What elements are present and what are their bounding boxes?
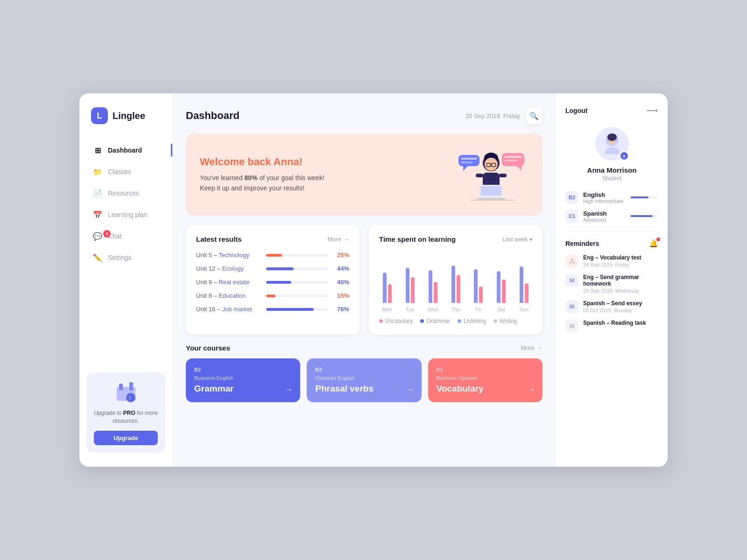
chevron-down-icon: ▾ <box>529 236 532 243</box>
chart-title: Time spent on learning <box>379 235 456 243</box>
svg-rect-1 <box>119 384 123 390</box>
logout-row: Logout ⟶ <box>565 105 658 116</box>
sidebar-item-settings[interactable]: ✏️ Settings <box>86 248 165 267</box>
welcome-line1: You've learned 80% of your goal this wee… <box>200 173 324 183</box>
sidebar-item-resources[interactable]: 📄 Resources <box>86 183 165 203</box>
reminder-item-reading: ✉ Spanish – Reading task <box>565 320 658 333</box>
settings-icon: ✏️ <box>93 253 102 262</box>
sidebar-item-label: Dashboard <box>108 147 142 154</box>
main-content: Dashboard 20 Sep 2019, Friday 🔍 Welcome … <box>173 93 556 467</box>
svg-rect-5 <box>458 155 479 166</box>
chart-legend: Vocabulary Grammar Listening Writing <box>379 318 532 324</box>
courses-section: Your courses More → B2 Business English … <box>186 344 543 402</box>
welcome-banner: Welcome back Anna! You've learned 80% of… <box>186 133 543 216</box>
svg-rect-11 <box>504 156 522 158</box>
sidebar-item-label: Learning plan <box>108 211 148 218</box>
header-date: 20 Sep 2019, Friday <box>465 112 520 119</box>
result-row: Unit 9 – Real estate 40% <box>196 279 349 286</box>
logout-icon[interactable]: ⟶ <box>646 105 658 116</box>
svg-point-29 <box>607 133 617 141</box>
resources-icon: 📄 <box>93 189 102 198</box>
result-row: Unit 5 – Technology 25% <box>196 252 349 259</box>
logo-text: Linglee <box>113 111 145 121</box>
sidebar-item-learning-plan[interactable]: 📅 Learning plan <box>86 205 165 224</box>
courses-row: B2 Business English Grammar → B2 Common … <box>186 358 543 402</box>
results-list: Unit 5 – Technology 25% Unit 12 – Ecolog… <box>196 252 349 313</box>
reminder-mail2-icon: ✉ <box>565 300 578 313</box>
sidebar-item-classes[interactable]: 📁 Classes <box>86 162 165 182</box>
app-container: L Linglee ⊞ Dashboard 📁 Classes 📄 Resour… <box>79 93 668 467</box>
courses-more[interactable]: More → <box>521 344 543 351</box>
sidebar-item-chat[interactable]: 💬 Chat 4 <box>86 226 165 246</box>
courses-header: Your courses More → <box>186 344 543 352</box>
course-card-vocabulary[interactable]: C1 Business Spanish Vocabulary → <box>428 358 543 402</box>
profile-section: + Anna Morrison Student <box>565 127 658 182</box>
main-header: Dashboard 20 Sep 2019, Friday 🔍 <box>186 107 543 124</box>
reminders-header: Reminders 🔔 <box>565 239 658 248</box>
classes-icon: 📁 <box>93 167 102 176</box>
legend-listening: Listening <box>458 318 486 324</box>
upgrade-button[interactable]: Upgrade <box>94 431 158 445</box>
results-more[interactable]: More → <box>327 236 349 243</box>
avatar-wrap: + <box>595 127 629 161</box>
reminders-title: Reminders <box>565 240 599 247</box>
right-panel: Logout ⟶ + Anna Morrison Student <box>556 93 668 467</box>
cards-row: Latest results More → Unit 5 – Technolog… <box>186 225 543 335</box>
arrow-icon: → <box>406 385 414 395</box>
reminder-mail-icon: ✉ <box>565 274 578 287</box>
logo-icon: L <box>91 107 108 124</box>
results-card-header: Latest results More → <box>196 235 349 243</box>
reminder-item-grammar: ✉ Eng – Send grammar homework 29 Sep 201… <box>565 274 658 294</box>
svg-rect-12 <box>504 160 517 161</box>
sidebar-nav: ⊞ Dashboard 📁 Classes 📄 Resources 📅 Lear… <box>79 140 172 363</box>
legend-grammar: Grammar <box>420 318 450 324</box>
reminder-item-vocab: ⚠ Eng – Vocabulary test 24 Sep 2019, Fri… <box>565 254 658 267</box>
dashboard-icon: ⊞ <box>93 146 102 155</box>
chart-col-thu: Thu <box>448 252 464 312</box>
sidebar-upgrade: ↑ Upgrade to PRO for more resources. Upg… <box>86 372 165 453</box>
courses-title: Your courses <box>186 344 230 352</box>
chart-col-sun: Sun <box>516 252 532 312</box>
reminder-gray-icon: ✉ <box>565 320 578 333</box>
arrow-right-icon: → <box>536 344 543 351</box>
results-card: Latest results More → Unit 5 – Technolog… <box>186 225 359 335</box>
search-button[interactable]: 🔍 <box>526 107 543 124</box>
course-card-grammar[interactable]: B2 Business English Grammar → <box>186 358 300 402</box>
chart-area: Mon Tue Wed <box>379 252 532 312</box>
svg-text:↑: ↑ <box>128 394 132 401</box>
chart-col-wed: Wed <box>425 252 441 312</box>
reminder-item-spanish: ✉ Spanish – Send essey 05 Oct 2019, Mond… <box>565 300 658 313</box>
legend-vocabulary: Vocabulary <box>379 318 413 324</box>
avatar-plus-button[interactable]: + <box>620 151 629 161</box>
svg-rect-21 <box>499 174 507 177</box>
course-card-phrasal[interactable]: B2 Common English Phrasal verbs → <box>307 358 421 402</box>
bell-badge <box>656 238 660 241</box>
logout-label: Logout <box>565 107 587 114</box>
upgrade-text: Upgrade to PRO for more resources. <box>94 409 158 425</box>
profile-role: Student <box>602 175 621 182</box>
learning-plan-icon: 📅 <box>93 210 102 219</box>
svg-rect-20 <box>476 174 483 177</box>
sidebar: L Linglee ⊞ Dashboard 📁 Classes 📄 Resour… <box>79 93 173 467</box>
sidebar-item-label: Resources <box>108 189 139 197</box>
chart-card: Time spent on learning Last week ▾ Mon <box>369 225 543 335</box>
result-row: Unit 12 – Ecology 44% <box>196 265 349 272</box>
search-icon: 🔍 <box>529 112 539 120</box>
welcome-greeting: Welcome back Anna! <box>200 156 324 168</box>
sidebar-item-dashboard[interactable]: ⊞ Dashboard <box>86 140 165 160</box>
language-section: B2 English High intermediate C1 Spanish … <box>565 191 658 223</box>
arrow-right-icon: → <box>343 236 349 243</box>
sidebar-item-label: Classes <box>108 168 131 175</box>
sidebar-logo: L Linglee <box>79 107 172 140</box>
page-title: Dashboard <box>186 110 240 122</box>
sidebar-item-label: Settings <box>108 254 132 261</box>
welcome-illustration <box>454 147 529 203</box>
arrow-icon: → <box>284 385 293 395</box>
chart-col-tue: Tue <box>402 252 418 312</box>
header-right: 20 Sep 2019, Friday 🔍 <box>465 107 543 124</box>
welcome-line2: Keep it up and improve your results! <box>200 183 324 193</box>
result-row: Unit 16 – Job market 76% <box>196 306 349 313</box>
week-selector[interactable]: Last week ▾ <box>502 236 532 243</box>
reminder-alert-icon: ⚠ <box>565 254 578 267</box>
bell-icon[interactable]: 🔔 <box>649 239 658 248</box>
